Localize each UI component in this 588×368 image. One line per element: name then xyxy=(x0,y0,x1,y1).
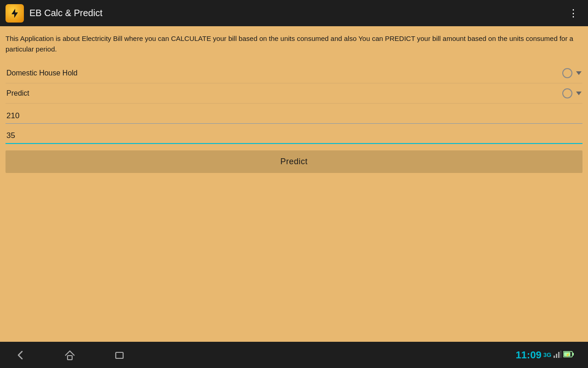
time-display: 11:09 xyxy=(515,349,541,361)
domestic-arrow-icon xyxy=(576,71,582,75)
home-icon xyxy=(63,349,76,362)
status-bar: 11:09 3G ⚡ xyxy=(515,349,574,361)
domestic-spinner[interactable]: Domestic House Hold xyxy=(6,63,582,83)
network-badge: 3G xyxy=(543,351,551,358)
nav-bar: 11:09 3G ⚡ xyxy=(0,342,588,368)
predict-spinner[interactable]: Predict xyxy=(6,84,582,104)
domestic-spinner-right xyxy=(562,68,582,78)
predict-spinner-label: Predict xyxy=(6,89,29,98)
svg-rect-2 xyxy=(116,352,123,358)
app-icon xyxy=(6,4,24,23)
svg-rect-3 xyxy=(554,356,555,358)
overflow-menu-button[interactable]: ⋮ xyxy=(565,4,582,23)
predict-spinner-right xyxy=(562,88,582,98)
input-field-210[interactable] xyxy=(6,110,582,121)
svg-rect-5 xyxy=(558,352,560,358)
spinner2-divider xyxy=(6,104,582,104)
recents-icon xyxy=(113,349,126,362)
recents-button[interactable] xyxy=(113,349,126,362)
description-text: This Application is about Electricity Bi… xyxy=(6,34,582,54)
input-field-35[interactable] xyxy=(6,130,582,141)
svg-marker-0 xyxy=(11,9,18,18)
main-content: This Application is about Electricity Bi… xyxy=(0,26,588,342)
predict-radio xyxy=(562,88,572,98)
svg-rect-1 xyxy=(68,356,72,360)
app-title: EB Calc & Predict xyxy=(29,8,565,18)
domestic-radio xyxy=(562,68,572,78)
input2-row xyxy=(6,126,582,144)
predict-button[interactable]: Predict xyxy=(6,150,582,173)
app-bar: EB Calc & Predict ⋮ xyxy=(0,0,588,26)
back-button[interactable] xyxy=(14,349,27,362)
bolt-icon xyxy=(9,8,20,19)
predict-arrow-icon xyxy=(576,92,582,95)
svg-text:⚡: ⚡ xyxy=(565,352,570,357)
battery-icon: ⚡ xyxy=(563,350,574,360)
home-button[interactable] xyxy=(63,349,76,362)
svg-rect-6 xyxy=(560,351,561,358)
battery-svg: ⚡ xyxy=(563,351,574,357)
back-icon xyxy=(14,349,27,362)
signal-icon xyxy=(553,350,561,360)
signal-bars-icon xyxy=(553,350,561,358)
svg-rect-8 xyxy=(573,353,574,356)
domestic-spinner-label: Domestic House Hold xyxy=(6,69,78,77)
input1-row xyxy=(6,107,582,124)
svg-rect-4 xyxy=(556,354,557,358)
